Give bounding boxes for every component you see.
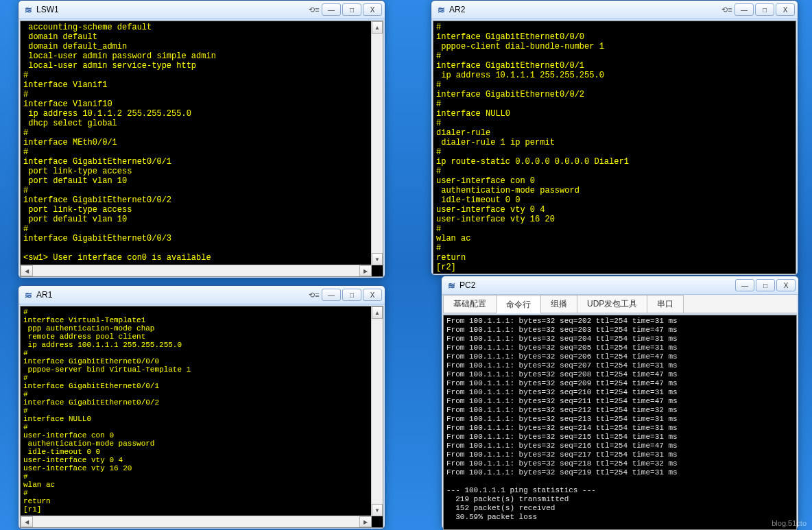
maximize-button[interactable]: □ (755, 3, 774, 16)
terminal-output: From 100.1.1.1: bytes=32 seq=202 ttl=254… (444, 315, 796, 530)
scroll-up-icon[interactable]: ▲ (372, 306, 383, 319)
maximize-button[interactable]: □ (756, 279, 775, 291)
minimize-button[interactable]: — (322, 3, 341, 16)
vertical-scrollbar[interactable]: ▲ ▼ (371, 306, 383, 516)
window-title: AR2 (449, 5, 721, 14)
scroll-right-icon[interactable]: ▶ (359, 265, 372, 276)
vertical-scrollbar[interactable]: ▲ ▼ (371, 21, 383, 265)
maximize-button[interactable]: □ (342, 3, 361, 16)
horizontal-scrollbar[interactable]: ◀ ▶ (21, 516, 372, 527)
maximize-button[interactable]: □ (342, 289, 361, 301)
minimize-button[interactable]: — (735, 279, 754, 291)
close-button[interactable]: X (776, 3, 795, 16)
scroll-left-icon[interactable]: ◀ (21, 265, 33, 276)
window-ar1: ≋ AR1 ⟲≡ — □ X # interface Virtual-Templ… (18, 285, 385, 529)
app-icon: ≋ (23, 4, 34, 15)
window-pc2: ≋ PC2 — □ X 基础配置 命令行 组播 UDP发包工具 串口 From … (441, 276, 799, 529)
window-title: AR1 (36, 290, 308, 300)
terminal-pane[interactable]: accounting-scheme default domain default… (20, 21, 383, 277)
minimize-button[interactable]: — (322, 289, 341, 301)
window-title: LSW1 (36, 5, 308, 14)
terminal-pane[interactable]: # interface GigabitEthernet0/0/0 pppoe-c… (433, 21, 796, 274)
horizontal-scrollbar[interactable]: ◀ ▶ (21, 265, 372, 276)
app-icon: ≋ (446, 280, 457, 291)
scroll-down-icon[interactable]: ▼ (372, 253, 383, 265)
scroll-down-icon[interactable]: ▼ (372, 504, 383, 516)
app-icon: ≋ (435, 4, 446, 15)
watermark-text: blog.51cto (772, 519, 807, 527)
tab-serial[interactable]: 串口 (647, 295, 684, 313)
scroll-right-icon[interactable]: ▶ (359, 516, 372, 527)
app-icon: ≋ (23, 289, 34, 300)
terminal-pane[interactable]: From 100.1.1.1: bytes=32 seq=202 ttl=254… (443, 315, 797, 530)
tab-multicast[interactable]: 组播 (540, 295, 577, 313)
options-icon[interactable]: ⟲≡ (308, 5, 320, 14)
tab-cli[interactable]: 命令行 (496, 296, 541, 313)
titlebar-pc2[interactable]: ≋ PC2 — □ X (442, 276, 798, 295)
close-button[interactable]: X (363, 289, 382, 301)
terminal-output: # interface Virtual-Template1 ppp authen… (21, 306, 383, 516)
window-ar2: ≋ AR2 ⟲≡ — □ X # interface GigabitEthern… (431, 0, 798, 276)
tab-basic-config[interactable]: 基础配置 (443, 295, 497, 313)
tab-udp-tool[interactable]: UDP发包工具 (577, 295, 647, 313)
minimize-button[interactable]: — (735, 3, 754, 16)
titlebar-lsw1[interactable]: ≋ LSW1 ⟲≡ — □ X (19, 1, 385, 19)
close-button[interactable]: X (363, 3, 382, 16)
scroll-left-icon[interactable]: ◀ (21, 516, 33, 527)
titlebar-ar2[interactable]: ≋ AR2 ⟲≡ — □ X (431, 1, 798, 19)
tab-bar: 基础配置 命令行 组播 UDP发包工具 串口 (443, 295, 797, 313)
window-lsw1: ≋ LSW1 ⟲≡ — □ X accounting-scheme defaul… (18, 0, 385, 278)
scroll-up-icon[interactable]: ▲ (372, 21, 383, 34)
close-button[interactable]: X (776, 279, 796, 291)
terminal-pane[interactable]: # interface Virtual-Template1 ppp authen… (20, 306, 383, 528)
options-icon[interactable]: ⟲≡ (721, 5, 733, 14)
terminal-output: # interface GigabitEthernet0/0/0 pppoe-c… (433, 21, 796, 274)
options-icon[interactable]: ⟲≡ (308, 290, 320, 300)
terminal-output: accounting-scheme default domain default… (21, 21, 383, 264)
titlebar-ar1[interactable]: ≋ AR1 ⟲≡ — □ X (19, 286, 385, 304)
window-title: PC2 (459, 280, 735, 290)
